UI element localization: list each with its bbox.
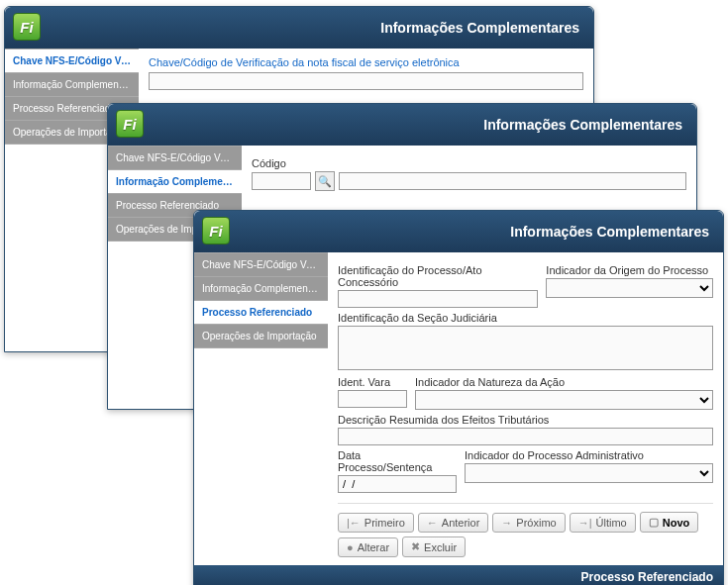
proximo-button[interactable]: →Próximo [492,513,565,533]
sidebar-item-label: Informação Complementar da NF [13,79,139,90]
sidebar-item-info[interactable]: Informação Complementar da NF [108,170,242,194]
label-ident-vara: Ident. Vara [338,376,407,388]
descricao-input[interactable] [338,428,713,445]
app-icon: Fi [116,110,144,138]
button-label: Excluir [424,541,457,553]
button-label: Anterior [442,517,480,529]
delete-icon: ✖ [411,540,420,553]
label-admin: Indicador do Processo Administrativo [465,449,713,461]
sidebar-item-label: Operações de Importação [202,331,317,341]
sidebar-item-label: Informação Complementar da NF [116,176,242,187]
first-icon: |← [347,517,361,529]
data-input[interactable] [338,475,457,493]
next-icon: → [501,517,512,529]
chave-input[interactable] [149,72,583,90]
ultimo-button[interactable]: →|Último [570,513,636,533]
anterior-button[interactable]: ←Anterior [418,513,489,533]
sidebar-item-processo[interactable]: Processo Referenciado [194,301,328,325]
alterar-button[interactable]: ●Alterar [338,537,398,557]
button-bar: |←Primeiro ←Anterior →Próximo →|Último ▢… [338,503,713,557]
window-title: Informações Complementares [510,224,709,240]
footer-label: Processo Referenciado [581,570,713,584]
window-body: Chave NFS-E/Código Verificação Informaçã… [194,252,723,565]
excluir-button[interactable]: ✖Excluir [402,536,466,557]
titlebar: Fi Informações Complementares [194,211,723,252]
sidebar-item-operacoes[interactable]: Operações de Importação [194,325,328,348]
sidebar-item-chave[interactable]: Chave NFS-E/Código Verificação [108,146,242,170]
last-icon: →| [578,517,592,529]
label-natureza: Indicador da Natureza da Ação [415,376,713,388]
field-label-codigo: Código [252,157,686,169]
codigo-input[interactable] [252,172,311,190]
novo-button[interactable]: ▢Novo [640,512,699,533]
sidebar-item-label: Informação Complementar da NF [202,283,328,294]
app-icon: Fi [13,13,41,41]
codigo-desc-input[interactable] [339,172,686,190]
button-label: Novo [663,517,690,529]
ident-processo-input[interactable] [338,290,538,308]
codigo-search-button[interactable]: 🔍 [315,171,335,191]
label-data: Data Processo/Sentença [338,449,457,473]
sidebar-item-label: Chave NFS-E/Código Verificação [116,152,242,163]
natureza-select[interactable] [415,390,713,410]
button-label: Alterar [358,541,389,553]
content-area: Identificação do Processo/Ato Concessóri… [328,252,723,565]
origem-select[interactable] [546,278,713,298]
sidebar-item-label: Processo Referenciado [13,103,116,114]
label-secao: Identificação da Seção Judiciária [338,312,713,324]
secao-textarea[interactable] [338,326,713,370]
sidebar-item-label: Processo Referenciado [202,307,312,318]
sidebar-item-info[interactable]: Informação Complementar da NF [5,73,139,97]
field-label-chave: Chave/Código de Verificação da nota fisc… [149,56,460,68]
button-label: Último [596,517,627,529]
ident-vara-input[interactable] [338,390,407,408]
footer-bar: Processo Referenciado [194,565,723,585]
label-origem: Indicador da Origem do Processo [546,264,713,276]
sidebar-item-label: Chave NFS-E/Código Verificação [202,259,328,270]
label-descricao: Descrição Resumida dos Efeitos Tributári… [338,414,713,426]
titlebar: Fi Informações Complementares [108,104,696,146]
sidebar-item-info[interactable]: Informação Complementar da NF [194,277,328,301]
sidebar-item-chave[interactable]: Chave NFS-E/Código Verificação [194,252,328,277]
window-processo: Fi Informações Complementares Chave NFS-… [193,210,724,585]
window-title: Informações Complementares [483,117,682,133]
edit-icon: ● [347,541,354,553]
label-ident-processo: Identificação do Processo/Ato Concessóri… [338,264,538,288]
sidebar: Chave NFS-E/Código Verificação Informaçã… [194,252,328,565]
admin-select[interactable] [465,463,713,483]
sidebar-item-label: Chave NFS-E/Código Verificação [13,55,139,66]
search-icon: 🔍 [318,175,332,188]
sidebar-item-chave[interactable]: Chave NFS-E/Código Verificação [5,49,139,73]
app-icon: Fi [202,217,230,244]
window-title: Informações Complementares [380,20,579,36]
button-label: Primeiro [364,517,405,529]
button-label: Próximo [516,517,556,529]
titlebar: Fi Informações Complementares [5,7,593,49]
prev-icon: ← [427,517,438,529]
primeiro-button[interactable]: |←Primeiro [338,513,414,533]
new-icon: ▢ [649,516,659,529]
